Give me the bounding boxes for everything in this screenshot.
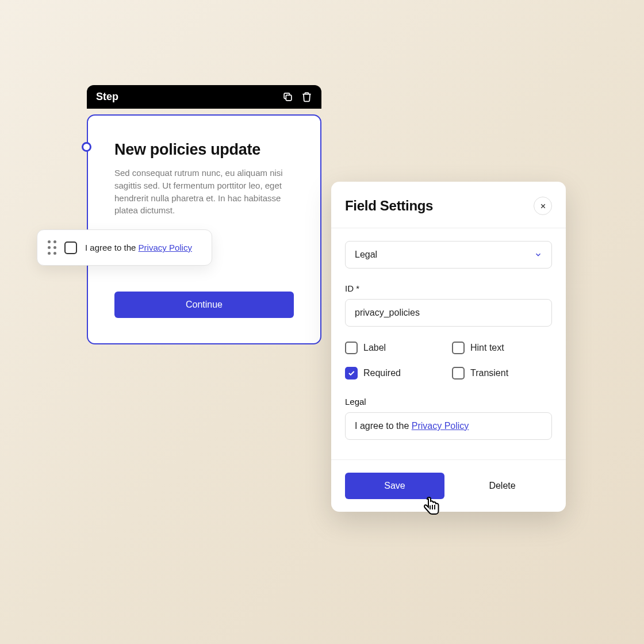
panel-header: Field Settings [331, 182, 566, 228]
continue-button[interactable]: Continue [114, 292, 294, 318]
close-button[interactable] [534, 197, 552, 215]
label-option[interactable]: Label [345, 342, 445, 354]
step-header-actions [282, 91, 312, 102]
duplicate-icon[interactable] [282, 91, 293, 102]
chevron-down-icon [534, 251, 542, 259]
legal-field-pill[interactable]: I agree to the Privacy Policy [37, 229, 212, 266]
connector-dot [82, 142, 91, 152]
step-title: New policies update [114, 141, 294, 159]
label-checkbox[interactable] [345, 342, 358, 354]
check-icon [347, 369, 355, 377]
panel-title: Field Settings [345, 198, 433, 214]
transient-option[interactable]: Transient [452, 367, 552, 379]
label-checkbox-text: Label [363, 343, 386, 353]
id-label: ID * [345, 283, 552, 293]
hint-option[interactable]: Hint text [452, 342, 552, 354]
privacy-policy-link[interactable]: Privacy Policy [139, 243, 192, 252]
id-input[interactable] [345, 299, 552, 327]
step-description: Sed consequat rutrum nunc, eu aliquam ni… [114, 167, 294, 217]
field-type-select[interactable]: Legal [345, 241, 552, 269]
privacy-checkbox[interactable] [64, 241, 77, 254]
drag-handle-icon[interactable] [48, 240, 56, 255]
required-option[interactable]: Required [345, 367, 445, 379]
panel-body: Legal ID * Label Hint text [331, 228, 566, 459]
field-type-value: Legal [355, 250, 377, 260]
legal-prefix: I agree to the [355, 421, 412, 431]
hint-checkbox[interactable] [452, 342, 465, 354]
panel-footer: Save Delete [331, 459, 566, 512]
legal-label: Legal [345, 397, 552, 407]
step-card: Step New policies update Sed consequat r… [87, 85, 321, 344]
save-button[interactable]: Save [345, 473, 444, 499]
step-header: Step [87, 85, 321, 109]
field-settings-panel: Field Settings Legal ID * Label Hint tex… [331, 182, 566, 512]
required-checkbox-text: Required [363, 368, 401, 378]
delete-button[interactable]: Delete [453, 473, 552, 499]
svg-rect-0 [286, 95, 292, 101]
legal-text-input[interactable]: I agree to the Privacy Policy [345, 412, 552, 440]
legal-link[interactable]: Privacy Policy [412, 421, 469, 431]
required-checkbox[interactable] [345, 367, 358, 379]
transient-checkbox[interactable] [452, 367, 465, 379]
legal-section: Legal I agree to the Privacy Policy [345, 397, 552, 440]
transient-checkbox-text: Transient [470, 368, 508, 378]
options-grid: Label Hint text Required Transient [345, 342, 552, 379]
close-icon [539, 202, 547, 210]
trash-icon[interactable] [301, 91, 312, 102]
privacy-text-prefix: I agree to the [85, 243, 139, 252]
privacy-checkbox-label: I agree to the Privacy Policy [85, 243, 192, 252]
hint-checkbox-text: Hint text [470, 343, 504, 353]
step-header-title: Step [96, 91, 118, 103]
